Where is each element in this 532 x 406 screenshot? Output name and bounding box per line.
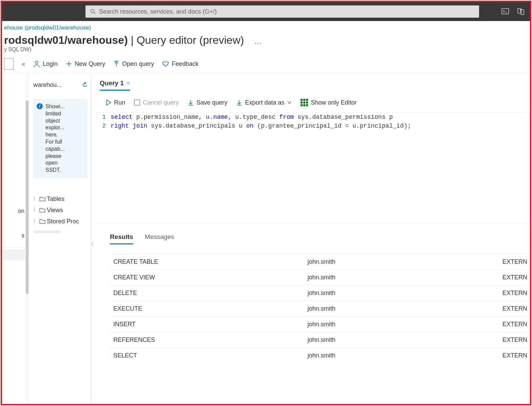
new-query-button[interactable]: New Query xyxy=(66,60,105,68)
code-line[interactable]: select p.permission_name, u.name, u.type… xyxy=(111,113,393,122)
database-name: warehou... xyxy=(33,81,78,89)
blade-nav-item-active[interactable] xyxy=(2,250,25,260)
stop-icon xyxy=(134,99,140,106)
main-panel: Query 1 ✕ Run Cancel query Save query xyxy=(92,73,530,404)
nav-scrollbar[interactable] xyxy=(25,73,29,404)
table-row[interactable]: INSERTjohn.smithEXTERN xyxy=(110,317,530,332)
grid-icon xyxy=(301,99,308,106)
table-cell: EXTERN xyxy=(500,285,530,301)
svg-rect-5 xyxy=(521,10,524,15)
table-cell: EXTERN xyxy=(500,301,530,317)
chevron-right-icon: 〉 xyxy=(33,207,38,213)
global-search-input[interactable]: Search resources, services, and docs (G+… xyxy=(86,5,479,18)
feedback-button[interactable]: Feedback xyxy=(162,60,198,68)
info-text: Showi... limited object explor... here. … xyxy=(45,103,65,174)
table-cell: john.smith xyxy=(305,254,500,270)
blade-search-box[interactable] xyxy=(4,58,14,70)
code-line[interactable]: right join sys.database_principals u on … xyxy=(111,122,411,130)
command-bar: « Login New Query Open query Feedback xyxy=(2,55,530,73)
open-query-button[interactable]: Open query xyxy=(113,60,154,68)
tree-item-stored-procs[interactable]: 〉 Stored Proc xyxy=(33,216,88,227)
table-cell: REFERENCES xyxy=(110,332,305,348)
messages-tab[interactable]: Messages xyxy=(145,233,174,244)
results-table: CREATE TABLEjohn.smithEXTERNCREATE VIEWj… xyxy=(110,254,530,363)
svg-point-6 xyxy=(35,61,38,64)
upload-icon xyxy=(113,61,119,67)
blade-nav: on s xyxy=(2,73,25,404)
info-icon: i xyxy=(37,103,43,109)
login-button[interactable]: Login xyxy=(33,60,58,68)
person-icon xyxy=(33,60,40,67)
table-cell: DELETE xyxy=(110,285,305,301)
table-row[interactable]: DELETEjohn.smithEXTERN xyxy=(110,285,530,301)
blade-nav-item[interactable]: s xyxy=(2,230,25,241)
show-only-editor-button[interactable]: Show only Editor xyxy=(301,99,357,106)
table-cell: john.smith xyxy=(305,348,500,364)
cloud-shell-icon[interactable] xyxy=(501,8,509,15)
table-cell: EXECUTE xyxy=(110,301,305,317)
folder-icon xyxy=(39,219,45,224)
table-cell: CREATE TABLE xyxy=(110,254,305,270)
table-row[interactable]: CREATE VIEWjohn.smithEXTERN xyxy=(110,270,530,285)
line-number: 2 xyxy=(95,122,111,130)
table-row[interactable]: SELECTjohn.smithEXTERN xyxy=(110,348,530,364)
table-cell: john.smith xyxy=(305,301,500,317)
heart-icon xyxy=(162,61,169,67)
info-card: i Showi... limited object explor... here… xyxy=(33,99,88,179)
table-cell: EXTERN xyxy=(500,254,530,270)
table-row[interactable]: EXECUTEjohn.smithEXTERN xyxy=(110,301,530,317)
collapse-explorer-icon[interactable]: 〈 xyxy=(88,241,94,248)
collapse-nav-icon[interactable]: « xyxy=(22,60,25,68)
svg-point-0 xyxy=(91,10,94,13)
folder-icon xyxy=(39,208,45,213)
tree-item-tables[interactable]: 〉 Tables xyxy=(33,193,88,205)
search-placeholder: Search resources, services, and docs (G+… xyxy=(99,8,217,15)
page-title: rodsqldw01/warehouse) | Query editor (pr… xyxy=(4,34,244,47)
breadcrumb-link[interactable]: ehouse (prodsqldw01/warehouse) xyxy=(4,24,91,31)
save-query-button[interactable]: Save query xyxy=(188,99,227,106)
table-row[interactable]: REFERENCESjohn.smithEXTERN xyxy=(110,332,530,348)
results-tab[interactable]: Results xyxy=(110,233,133,244)
download-icon xyxy=(236,99,242,106)
directory-switch-icon[interactable] xyxy=(517,8,525,15)
explorer-h-scrollbar[interactable] xyxy=(33,230,60,233)
table-row[interactable]: CREATE TABLEjohn.smithEXTERN xyxy=(110,254,530,270)
table-cell: CREATE VIEW xyxy=(110,270,305,285)
table-cell: john.smith xyxy=(305,270,500,285)
more-menu[interactable]: … xyxy=(254,37,262,46)
table-cell: EXTERN xyxy=(500,348,530,364)
svg-line-1 xyxy=(94,13,96,14)
table-cell: john.smith xyxy=(305,317,500,332)
table-cell: john.smith xyxy=(305,332,500,348)
export-data-button[interactable]: Export data as xyxy=(236,99,292,106)
chevron-right-icon: 〉 xyxy=(33,196,38,202)
table-cell: SELECT xyxy=(110,348,305,364)
search-icon xyxy=(90,9,96,14)
cancel-query-button: Cancel query xyxy=(134,99,179,106)
table-cell: EXTERN xyxy=(500,332,530,348)
sql-editor[interactable]: 1select p.permission_name, u.name, u.typ… xyxy=(95,112,530,224)
svg-rect-4 xyxy=(518,8,520,13)
svg-rect-2 xyxy=(502,8,509,14)
plus-icon xyxy=(66,61,72,67)
results-pane: Results Messages CREATE TABLEjohn.smithE… xyxy=(92,224,530,404)
play-icon xyxy=(106,99,111,106)
run-button[interactable]: Run xyxy=(106,99,125,106)
line-number: 1 xyxy=(95,113,111,122)
object-explorer: warehou... ↻ i Showi... limited object e… xyxy=(29,73,92,404)
refresh-icon[interactable]: ↻ xyxy=(80,80,90,90)
resource-type-subtitle: y SQL DW) xyxy=(2,47,530,55)
query-tab[interactable]: Query 1 ✕ xyxy=(100,79,130,91)
query-tab-label: Query 1 xyxy=(100,79,124,87)
chevron-down-icon xyxy=(287,101,292,104)
blade-nav-item[interactable]: on xyxy=(2,206,25,217)
table-cell: INSERT xyxy=(110,317,305,332)
tree-item-views[interactable]: 〉 Views xyxy=(33,205,88,216)
folder-icon xyxy=(39,197,45,201)
chevron-right-icon: 〉 xyxy=(33,218,38,224)
top-bar: Search resources, services, and docs (G+… xyxy=(2,2,530,21)
download-icon xyxy=(188,99,194,106)
close-icon[interactable]: ✕ xyxy=(126,80,130,87)
table-cell: EXTERN xyxy=(500,270,530,285)
query-toolbar: Run Cancel query Save query Export data … xyxy=(92,91,530,112)
